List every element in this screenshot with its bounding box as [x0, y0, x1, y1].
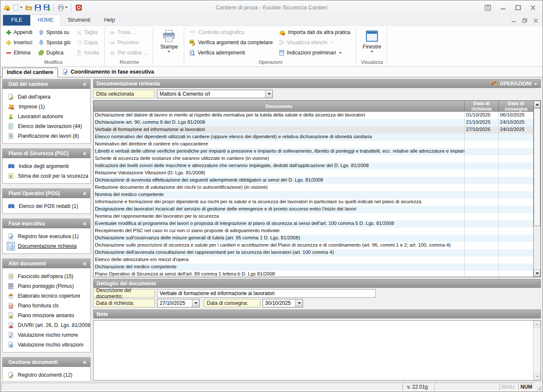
- ribbon-button-verifica-argomenti-da-completare[interactable]: ABVerifica argomenti da completare: [187, 37, 274, 48]
- sidebar-item-registro-documenti-12[interactable]: Registro documenti (12): [3, 370, 90, 380]
- scroll-down-icon[interactable]: [534, 270, 540, 277]
- operations-button[interactable]: OPERAZIONI: [491, 80, 537, 88]
- ribbon-button-appendi[interactable]: Appendi: [4, 27, 34, 37]
- table-row[interactable]: Dichiarazione sull'osservanza delle misu…: [94, 235, 533, 242]
- table-row[interactable]: Piano Operativo di Sicurezza ai sensi de…: [94, 271, 533, 277]
- table-row[interactable]: Elenco nominativo dei dipendenti utilizz…: [94, 134, 533, 141]
- combo-caret-icon[interactable]: [265, 90, 272, 98]
- chevron-double-up-icon[interactable]: [82, 360, 87, 365]
- column-header-documento[interactable]: Documento: [94, 101, 465, 112]
- chevron-double-up-icon[interactable]: [82, 221, 87, 226]
- note-scroll-down-icon[interactable]: [534, 373, 540, 380]
- helmet-button[interactable]: !: [3, 4, 11, 11]
- column-header-data-richiesta[interactable]: Data di richiesta: [465, 101, 499, 112]
- ribbon-button-indicazioni-preliminari[interactable]: Indicazioni preliminari: [277, 48, 352, 58]
- combo-caret-icon[interactable]: [192, 299, 199, 307]
- collapse-ribbon-icon[interactable]: [485, 5, 491, 11]
- close-icon[interactable]: [530, 5, 536, 10]
- sidebar-item-piano-fornitura-cls[interactable]: Piano fornitura cls: [3, 301, 90, 310]
- save-as-button[interactable]: [43, 4, 50, 11]
- panel-header[interactable]: Piani Operativi (POS): [3, 189, 90, 198]
- table-row[interactable]: Eventuale modifica al programma dei lavo…: [94, 220, 533, 227]
- ribbon-bigbutton-stampe[interactable]: Stampe: [156, 27, 182, 63]
- table-row[interactable]: Dichiarazione del medico competente: [94, 264, 533, 271]
- ribbon-button-duplica[interactable]: Duplica: [36, 48, 73, 58]
- maximize-icon[interactable]: [515, 5, 521, 10]
- sidebar-item-indice-degli-argomenti[interactable]: Indice degli argomenti: [3, 161, 90, 171]
- note-scroll-up-icon[interactable]: [534, 321, 540, 328]
- ribbon-tab-strumenti[interactable]: Strumenti: [61, 15, 97, 26]
- note-scrollbar[interactable]: [533, 321, 540, 380]
- chevron-double-up-icon[interactable]: [82, 82, 87, 87]
- table-row[interactable]: Verbale di formazione ed informazione ai…: [94, 126, 533, 134]
- table-row[interactable]: Designazione dei lavoratori incaricati d…: [94, 206, 533, 213]
- sidebar-item-piano-ponteggio-pimus[interactable]: Piano ponteggio (Pimus): [3, 281, 90, 291]
- sidebar-item-duvri-art-26-d-lgs-81-2008[interactable]: DUVRI (art. 26, D. Lgs. 81/2008): [3, 320, 90, 330]
- sidebar-item-stima-dei-costi-per-la-sicurezza[interactable]: €Stima dei costi per la sicurezza: [3, 171, 90, 181]
- tab-file[interactable]: FILE: [3, 15, 30, 26]
- sidebar-item-piano-rimozione-amianto[interactable]: Piano rimozione amianto: [3, 310, 90, 320]
- print-button[interactable]: [57, 4, 68, 11]
- sidebar-item-elenco-delle-lavorazioni-44[interactable]: Elenco delle lavorazioni (44): [3, 121, 90, 131]
- company-select[interactable]: Mattoni & Cemento srl: [157, 90, 273, 98]
- ribbon-button-importa-dati-da-altra-pratica[interactable]: Importa dati da altra pratica: [277, 27, 352, 37]
- ribbon-button-sposta-gi[interactable]: Sposta giù: [36, 37, 73, 48]
- request-date-select[interactable]: 27/10/2025: [157, 299, 200, 307]
- open-folder-button[interactable]: [25, 4, 32, 11]
- ribbon-tab-help[interactable]: Help: [97, 15, 122, 26]
- panel-header[interactable]: Altri documenti: [3, 259, 90, 268]
- sidebar-item-elaborato-tecnico-coperture[interactable]: Elaborato tecnico coperture: [3, 291, 90, 301]
- ribbon-button-inserisci[interactable]: Inserisci: [4, 37, 34, 48]
- table-row[interactable]: Redazione documento di valutazione dei r…: [94, 184, 533, 191]
- sidebar-item-valutazione-rischio-rumore[interactable]: Valutazione rischio rumore: [3, 330, 90, 340]
- table-row[interactable]: Dichiarazione sulle prescrizioni di sicu…: [94, 242, 533, 249]
- sidebar-item-pianificazione-dei-lavori-8[interactable]: Pianificazione dei lavori (8): [3, 131, 90, 141]
- sidebar-item-lavoratori-autonomi[interactable]: Lavoratori autonomi: [3, 111, 90, 121]
- mdi-minimize-icon[interactable]: [511, 17, 516, 25]
- table-row[interactable]: Dichiarazione dell'avvenuta consultazion…: [94, 249, 533, 256]
- table-row[interactable]: Nomina del rappresentante dei lavoratori…: [94, 213, 533, 220]
- sidebar-item-registro-fase-esecutiva-1[interactable]: Registro fase esecutiva (1): [3, 231, 90, 241]
- scroll-up-icon[interactable]: [534, 101, 540, 108]
- column-header-data-consegna[interactable]: Data di consegna: [499, 101, 533, 112]
- exit-button[interactable]: [75, 4, 82, 11]
- table-row[interactable]: Relazione Valutazione Vibrazioni (D. Lgs…: [94, 170, 533, 177]
- panel-header[interactable]: Piano di Sicurezza (PSC): [3, 149, 90, 158]
- ribbon-button-sposta-su[interactable]: Sposta su: [36, 27, 73, 37]
- table-row[interactable]: Indicazioni dei livelli sonori delle mac…: [94, 162, 533, 170]
- panel-header[interactable]: Dati del cantiere: [3, 80, 90, 89]
- table-row[interactable]: Dichiarazione di avvenuta effettuazione …: [94, 177, 533, 184]
- table-row[interactable]: Recepimento del PSC nel caso in cui non …: [94, 227, 533, 235]
- chevron-double-up-icon[interactable]: [82, 151, 87, 156]
- sidebar-item-documentazione-richiesta[interactable]: Documentazione richiesta: [3, 241, 90, 251]
- view-tab-indice-cantiere[interactable]: Indice del cantiere: [2, 68, 58, 77]
- note-input[interactable]: [94, 321, 533, 380]
- table-row[interactable]: Nominativo del direttore di cantiere e/o…: [94, 141, 533, 148]
- table-row[interactable]: Libretti e verbali delle ultime verifich…: [94, 148, 533, 155]
- ribbon-button-verifica-adempimenti[interactable]: Verifica adempimenti: [187, 48, 274, 58]
- mdi-restore-icon[interactable]: [522, 17, 527, 25]
- table-row[interactable]: Nomina del medico competente: [94, 191, 533, 199]
- sidebar-item-elenco-dei-pos-redatti-1[interactable]: Elenco dei POS redatti (1): [3, 201, 90, 211]
- table-scrollbar[interactable]: [533, 101, 540, 277]
- chevron-double-up-icon[interactable]: [82, 191, 87, 196]
- table-row[interactable]: Dichiarazione del datore di lavoro in me…: [94, 112, 533, 119]
- panel-header[interactable]: Fase esecutiva: [3, 219, 90, 228]
- table-row[interactable]: Elenco delle attrezzature e/o mezzi d'op…: [94, 256, 533, 264]
- mdi-close-icon[interactable]: [533, 17, 538, 25]
- table-row[interactable]: Schede di sicurezza delle sostanze che s…: [94, 155, 533, 162]
- table-row[interactable]: Dichiarazione art. 90, comma 9 del D. Lg…: [94, 119, 533, 126]
- scrollbar-thumb[interactable]: [534, 108, 540, 226]
- sidebar-item-fascicolo-dell-opera-15[interactable]: Fascicolo dell'opera (15): [3, 271, 90, 281]
- sidebar-item-imprese-1[interactable]: Imprese (1): [3, 102, 90, 111]
- sidebar-item-valutazione-rischio-vibrazioni[interactable]: Valutazione rischio vibrazioni: [3, 340, 90, 349]
- description-input[interactable]: Verbale di formazione ed informazione ai…: [157, 289, 376, 298]
- delivery-date-select[interactable]: 30/10/2025: [263, 299, 303, 307]
- ribbon-bigbutton-finestre[interactable]: Finestre: [359, 27, 385, 58]
- ribbon-tab-home[interactable]: HOME: [30, 14, 61, 26]
- chevron-double-up-icon[interactable]: [82, 261, 87, 266]
- panel-header[interactable]: Gestione documenti: [3, 358, 90, 367]
- save-button[interactable]: [34, 4, 41, 11]
- minimize-icon[interactable]: [500, 5, 506, 10]
- resize-grip[interactable]: [536, 383, 542, 391]
